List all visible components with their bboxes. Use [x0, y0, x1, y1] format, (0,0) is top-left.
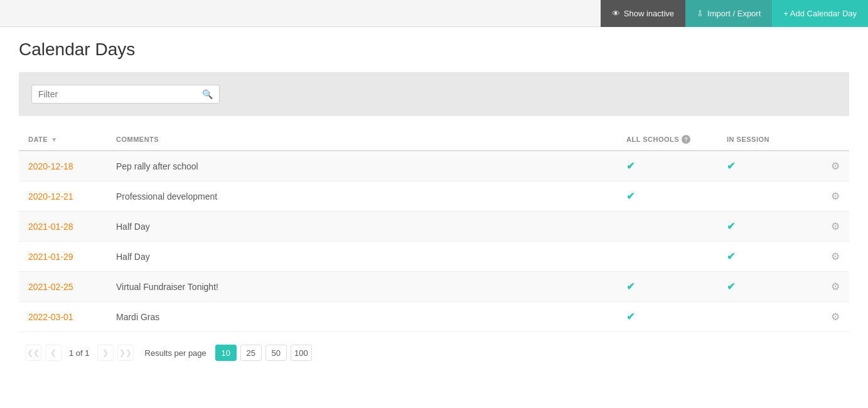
- in-session-cell: ✔: [717, 242, 818, 272]
- table-row: 2020-12-18Pep rally after school✔✔⚙: [19, 151, 849, 181]
- comment-cell: Pep rally after school: [107, 151, 617, 181]
- page-title: Calendar Days: [19, 40, 849, 60]
- row-settings-button[interactable]: ⚙: [831, 250, 840, 262]
- table-row: 2021-01-28Half Day✔⚙: [19, 212, 849, 242]
- actions-cell: ⚙: [818, 181, 849, 212]
- all-schools-cell: ✔: [617, 302, 717, 332]
- calendar-days-table: DATE ▼ COMMENTS ALL SCHOOLS ? IN SESSION: [19, 129, 849, 332]
- comment-cell: Half Day: [107, 212, 617, 242]
- check-icon: ✔: [626, 191, 635, 201]
- in-session-cell: ✔: [717, 212, 818, 242]
- filter-area: 🔍: [19, 72, 849, 116]
- row-settings-button[interactable]: ⚙: [831, 281, 840, 293]
- all-schools-cell: [617, 212, 717, 242]
- show-inactive-button[interactable]: 👁 Show inactive: [601, 0, 685, 27]
- actions-cell: ⚙: [818, 272, 849, 302]
- date-cell: 2022-03-01: [19, 302, 107, 332]
- info-icon[interactable]: ?: [682, 135, 690, 144]
- pagination-bar: ❮❮ ❮ 1 of 1 ❯ ❯❯ Results per page 10 25 …: [19, 332, 849, 367]
- results-per-page-label: Results per page: [145, 348, 206, 358]
- in-session-cell: [717, 181, 818, 212]
- import-export-label: Import / Export: [707, 9, 761, 18]
- date-cell: 2020-12-18: [19, 151, 107, 181]
- page-info: 1 of 1: [69, 348, 90, 358]
- page-content: Calendar Days 🔍 DATE ▼ COMMENTS: [0, 27, 868, 380]
- all-schools-cell: ✔: [617, 151, 717, 181]
- sort-icon: ▼: [51, 136, 57, 143]
- comment-cell: Virtual Fundraiser Tonight!: [107, 272, 617, 302]
- actions-cell: ⚙: [818, 151, 849, 181]
- per-page-25-button[interactable]: 25: [240, 345, 262, 361]
- check-icon: ✔: [727, 161, 735, 171]
- col-in-session-label: IN SESSION: [727, 136, 769, 143]
- check-icon: ✔: [727, 251, 735, 262]
- date-link[interactable]: 2020-12-18: [28, 161, 73, 171]
- col-comments: COMMENTS: [107, 129, 617, 151]
- col-comments-label: COMMENTS: [116, 136, 159, 143]
- table-row: 2022-03-01Mardi Gras✔⚙: [19, 302, 849, 332]
- col-date-label: DATE: [28, 136, 48, 143]
- import-export-button[interactable]: ⇩ Import / Export: [685, 0, 772, 27]
- add-calendar-day-label: + Add Calendar Day: [783, 9, 857, 18]
- col-all-schools: ALL SCHOOLS ?: [617, 129, 717, 151]
- row-settings-button[interactable]: ⚙: [831, 220, 840, 232]
- show-inactive-label: Show inactive: [624, 9, 674, 18]
- date-cell: 2021-02-25: [19, 272, 107, 302]
- all-schools-cell: ✔: [617, 181, 717, 212]
- per-page-10-button[interactable]: 10: [215, 345, 237, 361]
- date-link[interactable]: 2020-12-21: [28, 191, 73, 201]
- table-row: 2020-12-21Professional development✔⚙: [19, 181, 849, 212]
- date-cell: 2020-12-21: [19, 181, 107, 212]
- row-settings-button[interactable]: ⚙: [831, 190, 840, 202]
- row-settings-button[interactable]: ⚙: [831, 311, 840, 323]
- col-actions: [818, 129, 849, 151]
- date-cell: 2021-01-28: [19, 212, 107, 242]
- date-link[interactable]: 2021-01-28: [28, 222, 73, 232]
- check-icon: ✔: [727, 281, 735, 292]
- col-in-session: IN SESSION: [717, 129, 818, 151]
- comment-cell: Professional development: [107, 181, 617, 212]
- check-icon: ✔: [727, 221, 735, 232]
- col-date[interactable]: DATE ▼: [19, 129, 107, 151]
- next-page-button[interactable]: ❯: [97, 345, 114, 361]
- actions-cell: ⚙: [818, 212, 849, 242]
- all-schools-cell: [617, 242, 717, 272]
- date-link[interactable]: 2021-01-29: [28, 252, 73, 262]
- actions-cell: ⚙: [818, 242, 849, 272]
- comment-cell: Half Day: [107, 242, 617, 272]
- actions-cell: ⚙: [818, 302, 849, 332]
- filter-input[interactable]: [38, 89, 202, 99]
- table-row: 2021-01-29Half Day✔⚙: [19, 242, 849, 272]
- in-session-cell: ✔: [717, 151, 818, 181]
- per-page-100-button[interactable]: 100: [291, 345, 312, 361]
- download-icon: ⇩: [697, 9, 704, 18]
- col-all-schools-label: ALL SCHOOLS: [626, 136, 679, 143]
- in-session-cell: ✔: [717, 272, 818, 302]
- check-icon: ✔: [626, 311, 635, 322]
- eye-icon: 👁: [612, 9, 620, 18]
- check-icon: ✔: [626, 281, 635, 292]
- add-calendar-day-button[interactable]: + Add Calendar Day: [772, 0, 868, 27]
- table-header-row: DATE ▼ COMMENTS ALL SCHOOLS ? IN SESSION: [19, 129, 849, 151]
- table-row: 2021-02-25Virtual Fundraiser Tonight!✔✔⚙: [19, 272, 849, 302]
- search-icon[interactable]: 🔍: [202, 89, 213, 99]
- in-session-cell: [717, 302, 818, 332]
- comment-cell: Mardi Gras: [107, 302, 617, 332]
- prev-page-button[interactable]: ❮: [45, 345, 62, 361]
- check-icon: ✔: [626, 161, 635, 171]
- first-page-button[interactable]: ❮❮: [25, 345, 41, 361]
- date-link[interactable]: 2021-02-25: [28, 282, 73, 292]
- date-link[interactable]: 2022-03-01: [28, 312, 73, 322]
- row-settings-button[interactable]: ⚙: [831, 160, 840, 172]
- last-page-button[interactable]: ❯❯: [117, 345, 134, 361]
- date-cell: 2021-01-29: [19, 242, 107, 272]
- per-page-50-button[interactable]: 50: [265, 345, 287, 361]
- all-schools-cell: ✔: [617, 272, 717, 302]
- filter-input-wrap: 🔍: [31, 85, 220, 104]
- top-toolbar: 👁 Show inactive ⇩ Import / Export + Add …: [0, 0, 868, 27]
